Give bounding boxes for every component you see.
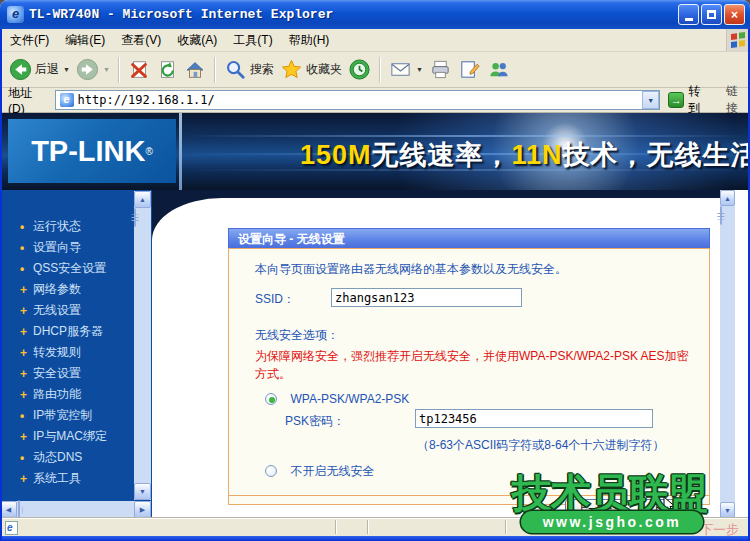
menu-file[interactable]: 文件(F) [2, 29, 57, 51]
print-button[interactable] [426, 56, 455, 83]
sidebar-item-forwarding-rules[interactable]: +转发规则 [0, 342, 133, 363]
ssid-label: SSID： [255, 291, 295, 308]
sidebar-item-security-settings[interactable]: +安全设置 [0, 363, 133, 384]
scroll-down-icon[interactable]: ▼ [134, 483, 151, 500]
title-bar[interactable]: e TL-WR740N - Microsoft Internet Explore… [0, 0, 750, 29]
home-button[interactable] [181, 57, 209, 83]
scroll-left-icon[interactable]: ◀ [0, 501, 17, 518]
back-icon [9, 58, 32, 81]
bullet-icon: • [20, 409, 33, 423]
psk-hint-text: （8-63个ASCII码字符或8-64个十六进制字符） [417, 437, 664, 454]
history-button[interactable] [345, 56, 374, 83]
sidebar-item-routing-function[interactable]: +路由功能 [0, 384, 133, 405]
menu-favorites[interactable]: 收藏(A) [169, 29, 225, 51]
sidebar-item-dynamic-dns[interactable]: •动态DNS [0, 447, 133, 468]
sidebar-item-running-status[interactable]: •运行状态 [0, 216, 133, 237]
menu-view[interactable]: 查看(V) [113, 29, 169, 51]
sidebar-item-system-tools[interactable]: +系统工具 [0, 468, 133, 489]
slogan-150m: 150M [300, 140, 372, 170]
edit-icon [458, 58, 481, 81]
wizard-panel-title: 设置向导 - 无线设置 [228, 228, 710, 248]
slogan-rest: 技术，无线生活新选择 [563, 140, 750, 170]
plus-icon: + [20, 283, 33, 297]
sidebar-vertical-scrollbar[interactable]: ▲ ▼ [134, 191, 151, 500]
tp-link-logo-text: TP-LINK [31, 135, 145, 168]
menu-help[interactable]: 帮助(H) [281, 29, 338, 51]
bullet-icon: • [20, 241, 33, 255]
bullet-icon: • [20, 262, 33, 276]
refresh-button[interactable] [153, 57, 181, 83]
no-security-radio[interactable] [265, 465, 277, 477]
maximize-button[interactable] [701, 4, 722, 25]
address-label: 地址(D) [0, 85, 55, 116]
forward-button[interactable]: ▼ [73, 56, 113, 83]
security-warning-text: 为保障网络安全，强烈推荐开启无线安全，并使用WPA-PSK/WPA2-PSK A… [255, 347, 691, 383]
back-dropdown-icon[interactable]: ▼ [63, 66, 70, 73]
search-label: 搜索 [250, 61, 274, 78]
sidebar-item-ip-mac-binding[interactable]: +IP与MAC绑定 [0, 426, 133, 447]
search-button[interactable]: 搜索 [221, 56, 277, 83]
plus-icon: + [20, 367, 33, 381]
scroll-thumb[interactable] [134, 208, 136, 227]
wpa-psk-radio[interactable] [265, 393, 277, 405]
go-button[interactable]: → 转到 [668, 83, 712, 117]
ie-logo-icon: e [7, 6, 24, 23]
sidebar-item-setup-wizard[interactable]: •设置向导 [0, 237, 133, 258]
menu-edit[interactable]: 编辑(E) [57, 29, 113, 51]
search-icon [224, 58, 247, 81]
mail-dropdown-icon[interactable]: ▼ [416, 66, 423, 73]
page-status-icon: e [5, 521, 18, 535]
address-dropdown-icon[interactable]: ▼ [642, 91, 659, 109]
sidebar-item-wireless-settings[interactable]: +无线设置 [0, 300, 133, 321]
no-security-radio-row: 不开启无线安全 [265, 461, 374, 480]
menu-bar: 文件(F) 编辑(E) 查看(V) 收藏(A) 工具(T) 帮助(H) [0, 29, 750, 52]
scroll-thumb[interactable] [18, 500, 20, 518]
address-input-box[interactable]: e http://192.168.1.1/ ▼ [55, 90, 661, 110]
slogan-mid: 无线速率， [372, 140, 512, 170]
toolbar-separator [118, 57, 120, 83]
window-left-border [0, 29, 2, 541]
mail-button[interactable]: ▼ [386, 56, 426, 83]
sidebar-menu: •运行状态 •设置向导 •QSS安全设置 +网络参数 +无线设置 +DHCP服务… [0, 190, 152, 518]
scroll-right-icon[interactable]: ▶ [134, 501, 151, 518]
home-icon [184, 59, 206, 81]
sidebar-item-dhcp-server[interactable]: +DHCP服务器 [0, 321, 133, 342]
toolbar-separator [214, 57, 216, 83]
forward-dropdown-icon[interactable]: ▼ [103, 66, 110, 73]
slogan-11n: 11N [512, 140, 563, 170]
browser-window: e TL-WR740N - Microsoft Internet Explore… [0, 0, 750, 541]
wizard-panel: 设置向导 - 无线设置 本向导页面设置路由器无线网络的基本参数以及无线安全。 S… [228, 228, 710, 505]
minimize-button[interactable] [678, 4, 699, 25]
wizard-intro-text: 本向导页面设置路由器无线网络的基本参数以及无线安全。 [255, 261, 567, 278]
favorites-star-icon [280, 58, 303, 81]
scroll-up-icon[interactable]: ▲ [720, 190, 735, 206]
statusbar-separator [367, 520, 369, 534]
sidebar-item-ip-bandwidth-control[interactable]: •IP带宽控制 [0, 405, 133, 426]
menu-tools[interactable]: 工具(T) [225, 29, 280, 51]
scroll-thumb[interactable] [720, 206, 722, 225]
scroll-up-icon[interactable]: ▲ [134, 191, 151, 208]
plus-icon: + [20, 388, 33, 402]
page-vertical-scrollbar[interactable]: ▲ ▼ [720, 190, 735, 518]
edit-button[interactable] [455, 56, 484, 83]
address-url[interactable]: http://192.168.1.1/ [78, 93, 643, 107]
messenger-button[interactable] [484, 56, 513, 83]
close-button[interactable]: × [724, 4, 745, 25]
plus-icon: + [20, 346, 33, 360]
back-button[interactable]: 后退 ▼ [6, 56, 73, 83]
go-arrow-icon: → [668, 92, 684, 108]
sidebar-item-network-params[interactable]: +网络参数 [0, 279, 133, 300]
sidebar-item-qss-security[interactable]: •QSS安全设置 [0, 258, 133, 279]
psk-password-input[interactable] [415, 409, 653, 428]
statusbar-separator [505, 520, 507, 534]
sidebar-horizontal-scrollbar[interactable]: ◀ ▶ [0, 501, 151, 518]
links-label[interactable]: 链接 [726, 83, 750, 117]
bullet-icon: • [20, 220, 33, 234]
stop-button[interactable] [125, 57, 153, 83]
no-security-label: 不开启无线安全 [290, 464, 374, 478]
ssid-input[interactable] [331, 288, 522, 307]
scroll-down-icon[interactable]: ▼ [720, 502, 735, 518]
banner-slogan: 150M无线速率，11N技术，无线生活新选择 [300, 137, 750, 173]
favorites-button[interactable]: 收藏夹 [277, 56, 345, 83]
page-favicon-icon: e [60, 93, 74, 107]
